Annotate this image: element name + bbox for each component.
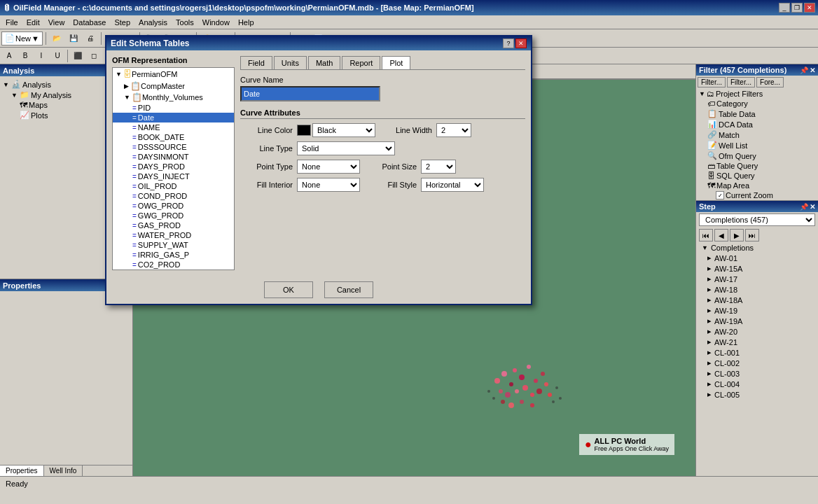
gwgprod-field-icon: = (132, 212, 137, 220)
schema-item-pid[interactable]: = PID (113, 103, 234, 113)
bookdate-field-icon: = (132, 134, 137, 141)
dsssource-field-icon: = (132, 144, 137, 151)
schema-item-name[interactable]: = NAME (113, 122, 234, 132)
db-icon: 🗄 (123, 69, 132, 79)
cancel-button[interactable]: Cancel (324, 281, 373, 298)
point-type-label: Point Type (240, 162, 293, 171)
dialog-tab-plot[interactable]: Plot (382, 56, 410, 69)
dialog-body: OFM Representation ▼ 🗄 PermianOFM ▶ 📋 Co… (106, 50, 531, 276)
plot-tab-content: Curve Name Curve Attributes Line Color (240, 76, 525, 192)
curve-attributes-label: Curve Attributes (240, 108, 525, 119)
schema-item-monthlyvolumes[interactable]: ▼ 📋 Monthly_Volumes (113, 92, 234, 103)
edit-schema-dialog: Edit Schema Tables ? ✕ OFM Representatio… (105, 35, 532, 305)
dialog-left: OFM Representation ▼ 🗄 PermianOFM ▶ 📋 Co… (112, 56, 235, 270)
dialog-right: Field Units Math Report Plot Curve Name (240, 56, 525, 270)
schema-item-owgprod[interactable]: = OWG_PROD (113, 201, 234, 211)
daysinmont-field-icon: = (132, 153, 137, 161)
dialog-tab-report[interactable]: Report (342, 56, 380, 69)
ok-button[interactable]: OK (264, 281, 313, 298)
root-collapse-icon: ▼ (116, 71, 122, 78)
dialog-tab-math[interactable]: Math (308, 56, 340, 69)
dialog-close-button[interactable]: ✕ (515, 38, 527, 48)
schema-item-oilprod[interactable]: = OIL_PROD (113, 181, 234, 191)
curve-name-label: Curve Name (240, 76, 525, 84)
ofm-rep-label: OFM Representation (112, 56, 235, 64)
daysinject-field-icon: = (132, 173, 137, 181)
fill-interior-select[interactable]: None Solid (297, 178, 360, 192)
owgprod-field-icon: = (132, 202, 137, 210)
irriggasp-field-icon: = (132, 251, 137, 259)
schema-item-supplywat[interactable]: = SUPPLY_WAT (113, 240, 234, 250)
point-size-select[interactable]: 2 1 3 (421, 160, 456, 174)
line-color-control: Black Red Blue Green (297, 123, 375, 137)
schema-tree: ▼ 🗄 PermianOFM ▶ 📋 CompMaster ▼ 📋 Monthl… (112, 67, 235, 270)
dialog-title: Edit Schema Tables (111, 38, 189, 48)
dialog-title-bar: Edit Schema Tables ? ✕ (106, 36, 531, 50)
schema-item-root[interactable]: ▼ 🗄 PermianOFM (113, 68, 234, 80)
curve-attributes-section: Curve Attributes Line Color Black Red Bl… (240, 108, 525, 192)
line-type-label: Line Type (240, 144, 293, 153)
line-type-select[interactable]: Solid Dashed Dotted (297, 141, 395, 155)
oilprod-field-icon: = (132, 183, 137, 190)
compmaster-expand-icon: ▶ (124, 83, 129, 90)
line-color-label: Line Color (240, 126, 293, 134)
curve-name-input[interactable] (240, 86, 380, 102)
dialog-footer: OK Cancel (106, 276, 531, 304)
monthly-expand-icon: ▼ (124, 94, 130, 101)
dialog-controls: ? ✕ (503, 38, 527, 48)
schema-item-gasprod[interactable]: = GAS_PROD (113, 220, 234, 230)
monthly-table-icon: 📋 (132, 92, 142, 102)
fill-interior-label: Fill Interior (240, 181, 293, 189)
line-color-swatch (297, 125, 311, 136)
pid-field-icon: = (132, 104, 137, 112)
dialog-tab-units[interactable]: Units (274, 56, 307, 69)
condprod-field-icon: = (132, 192, 137, 200)
daysprod-field-icon: = (132, 163, 137, 171)
name-field-icon: = (132, 124, 137, 132)
dialog-tabs: Field Units Math Report Plot (240, 56, 525, 70)
compmaster-table-icon: 📋 (130, 81, 141, 91)
curve-name-section: Curve Name (240, 76, 525, 102)
schema-item-daysinject[interactable]: = DAYS_INJECT (113, 172, 234, 181)
fill-interior-row: Fill Interior None Solid Fill Style Hori… (240, 178, 525, 192)
supplywat-field-icon: = (132, 241, 137, 249)
schema-item-waterprod[interactable]: = WATER_PROD (113, 230, 234, 240)
gasprod-field-icon: = (132, 222, 137, 230)
schema-item-dsssource[interactable]: = DSSSOURCE (113, 142, 234, 152)
schema-item-daysinmont[interactable]: = DAYSINMONT (113, 152, 234, 162)
line-width-label: Line Width (380, 126, 432, 134)
point-type-row: Point Type None Circle Square Point Size… (240, 160, 525, 174)
line-color-row: Line Color Black Red Blue Green L (240, 123, 525, 137)
fill-style-label: Fill Style (364, 181, 417, 189)
schema-item-irriggasp[interactable]: = IRRIG_GAS_P (113, 250, 234, 260)
date-field-icon: = (132, 114, 137, 122)
point-size-label: Point Size (364, 162, 417, 171)
schema-item-condprod[interactable]: = COND_PROD (113, 191, 234, 201)
dialog-help-button[interactable]: ? (503, 38, 514, 48)
schema-item-date[interactable]: = Date (113, 113, 234, 122)
schema-item-co2prod[interactable]: = CO2_PROD (113, 260, 234, 270)
line-width-select[interactable]: 2 1 3 4 (436, 123, 471, 137)
modal-overlay: Edit Schema Tables ? ✕ OFM Representatio… (0, 0, 818, 504)
fill-style-select[interactable]: Horizontal Vertical Diagonal (421, 178, 484, 192)
schema-item-bookdate[interactable]: = BOOK_DATE (113, 132, 234, 142)
schema-item-gwgprod[interactable]: = GWG_PROD (113, 211, 234, 220)
schema-item-compmaster[interactable]: ▶ 📋 CompMaster (113, 80, 234, 92)
point-type-select[interactable]: None Circle Square (297, 160, 360, 174)
schema-item-daysprod[interactable]: = DAYS_PROD (113, 162, 234, 172)
dialog-tab-field[interactable]: Field (240, 56, 272, 69)
waterprod-field-icon: = (132, 232, 137, 239)
line-color-select[interactable]: Black Red Blue Green (312, 123, 375, 137)
co2prod-field-icon: = (132, 261, 137, 269)
line-type-row: Line Type Solid Dashed Dotted (240, 141, 525, 155)
